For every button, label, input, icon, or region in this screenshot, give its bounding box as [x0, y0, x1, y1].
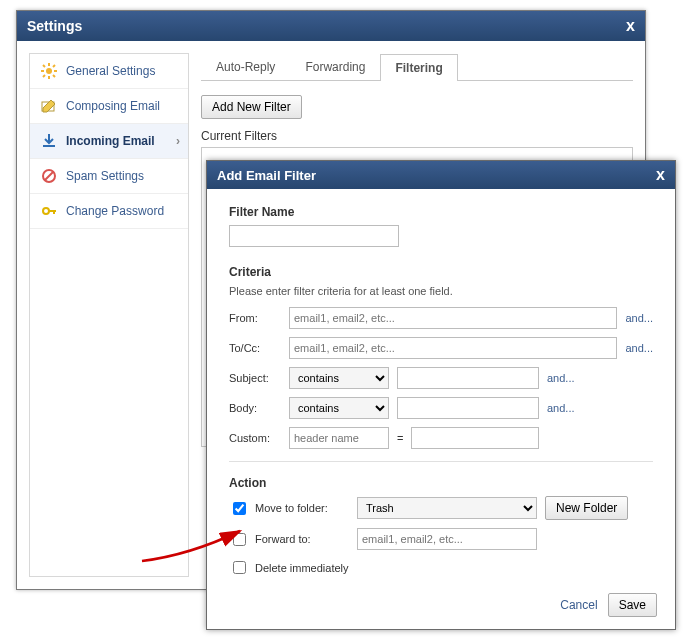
- close-icon[interactable]: x: [626, 17, 635, 35]
- custom-header-input[interactable]: [289, 427, 389, 449]
- sidebar-item-label: Composing Email: [66, 99, 160, 113]
- dialog-body: Filter Name Criteria Please enter filter…: [207, 189, 675, 629]
- forward-to-input[interactable]: [357, 528, 537, 550]
- subject-op-select[interactable]: contains: [289, 367, 389, 389]
- sidebar-item-label: Spam Settings: [66, 169, 144, 183]
- current-filters-label: Current Filters: [201, 129, 633, 143]
- filter-name-input[interactable]: [229, 225, 399, 247]
- criteria-body-row: Body: contains and...: [229, 397, 653, 419]
- sidebar-item-label: General Settings: [66, 64, 155, 78]
- body-value-input[interactable]: [397, 397, 539, 419]
- download-icon: [40, 132, 58, 150]
- move-to-folder-select[interactable]: Trash: [357, 497, 537, 519]
- save-button[interactable]: Save: [608, 593, 657, 617]
- body-and-link[interactable]: and...: [547, 402, 575, 414]
- svg-rect-10: [43, 145, 55, 147]
- new-folder-button[interactable]: New Folder: [545, 496, 628, 520]
- cancel-link[interactable]: Cancel: [560, 598, 597, 612]
- body-label: Body:: [229, 402, 281, 414]
- tab-filtering[interactable]: Filtering: [380, 54, 457, 81]
- sidebar-item-composing[interactable]: Composing Email: [30, 89, 188, 124]
- delete-immediately-checkbox[interactable]: [233, 561, 246, 574]
- sidebar-item-label: Change Password: [66, 204, 164, 218]
- criteria-from-row: From: and...: [229, 307, 653, 329]
- move-to-folder-label[interactable]: Move to folder:: [229, 499, 349, 518]
- tab-auto-reply[interactable]: Auto-Reply: [201, 53, 290, 80]
- gear-icon: [40, 62, 58, 80]
- tocc-label: To/Cc:: [229, 342, 281, 354]
- forward-to-label[interactable]: Forward to:: [229, 530, 349, 549]
- block-icon: [40, 167, 58, 185]
- svg-line-7: [53, 65, 55, 67]
- criteria-tocc-row: To/Cc: and...: [229, 337, 653, 359]
- from-label: From:: [229, 312, 281, 324]
- tabs: Auto-Reply Forwarding Filtering: [201, 53, 633, 81]
- filter-name-label: Filter Name: [229, 205, 653, 219]
- tocc-input[interactable]: [289, 337, 617, 359]
- add-email-filter-dialog: Add Email Filter x Filter Name Criteria …: [206, 160, 676, 630]
- sidebar-item-label: Incoming Email: [66, 134, 155, 148]
- divider: [229, 461, 653, 462]
- forward-to-checkbox[interactable]: [233, 533, 246, 546]
- svg-line-6: [53, 75, 55, 77]
- compose-icon: [40, 97, 58, 115]
- settings-titlebar: Settings x: [17, 11, 645, 41]
- sidebar-item-spam[interactable]: Spam Settings: [30, 159, 188, 194]
- close-icon[interactable]: x: [656, 166, 665, 184]
- equals-sign: =: [397, 432, 403, 444]
- key-icon: [40, 202, 58, 220]
- action-forward-row: Forward to:: [229, 528, 653, 550]
- svg-line-12: [45, 172, 53, 180]
- sidebar-item-general[interactable]: General Settings: [30, 54, 188, 89]
- sidebar-item-incoming[interactable]: Incoming Email: [30, 124, 188, 159]
- dialog-title: Add Email Filter: [217, 168, 316, 183]
- add-new-filter-button[interactable]: Add New Filter: [201, 95, 302, 119]
- subject-label: Subject:: [229, 372, 281, 384]
- criteria-hint: Please enter filter criteria for at leas…: [229, 285, 653, 297]
- from-input[interactable]: [289, 307, 617, 329]
- dialog-footer: Cancel Save: [560, 593, 657, 617]
- tocc-and-link[interactable]: and...: [625, 342, 653, 354]
- custom-value-input[interactable]: [411, 427, 539, 449]
- action-label: Action: [229, 476, 653, 490]
- dialog-titlebar: Add Email Filter x: [207, 161, 675, 189]
- action-move-row: Move to folder: Trash New Folder: [229, 496, 653, 520]
- subject-value-input[interactable]: [397, 367, 539, 389]
- criteria-subject-row: Subject: contains and...: [229, 367, 653, 389]
- tab-forwarding[interactable]: Forwarding: [290, 53, 380, 80]
- custom-label: Custom:: [229, 432, 281, 444]
- settings-title: Settings: [27, 18, 82, 34]
- move-to-folder-checkbox[interactable]: [233, 502, 246, 515]
- action-delete-row: Delete immediately: [229, 558, 653, 577]
- criteria-label: Criteria: [229, 265, 653, 279]
- svg-point-0: [46, 68, 52, 74]
- svg-line-5: [43, 65, 45, 67]
- body-op-select[interactable]: contains: [289, 397, 389, 419]
- svg-point-13: [43, 208, 49, 214]
- subject-and-link[interactable]: and...: [547, 372, 575, 384]
- sidebar-item-password[interactable]: Change Password: [30, 194, 188, 229]
- from-and-link[interactable]: and...: [625, 312, 653, 324]
- delete-immediately-label[interactable]: Delete immediately: [229, 558, 349, 577]
- settings-sidebar: General Settings Composing Email Incomin…: [29, 53, 189, 577]
- criteria-custom-row: Custom: =: [229, 427, 653, 449]
- svg-line-8: [43, 75, 45, 77]
